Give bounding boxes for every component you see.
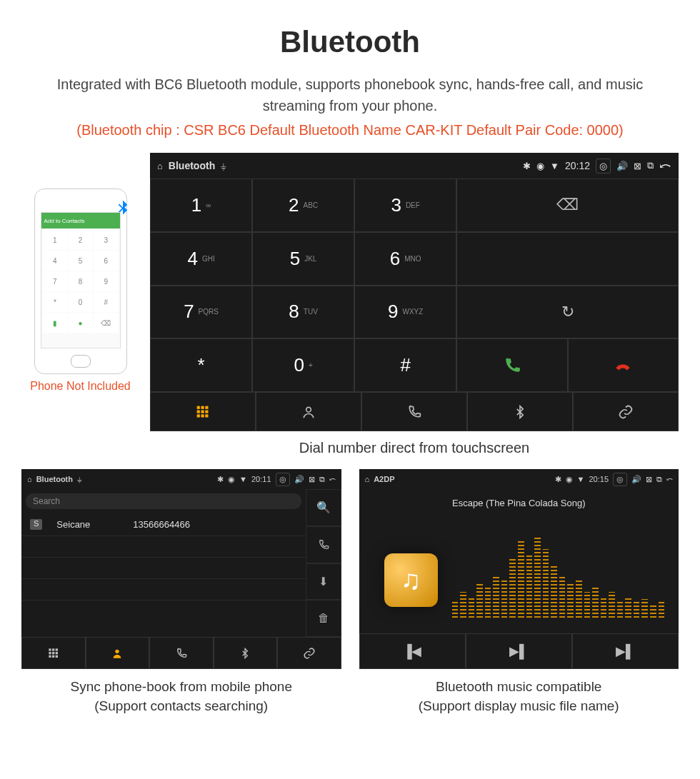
nav-keypad[interactable] bbox=[21, 637, 86, 669]
key-#[interactable]: # bbox=[354, 338, 456, 392]
nav-bluetooth[interactable] bbox=[214, 637, 278, 669]
key-2[interactable]: 2ABC bbox=[252, 179, 354, 232]
svg-rect-10 bbox=[49, 648, 51, 650]
nav-contacts[interactable] bbox=[256, 392, 361, 431]
nav-link[interactable] bbox=[573, 392, 679, 431]
volume-icon[interactable]: 🔊 bbox=[631, 475, 641, 484]
nav-contacts[interactable] bbox=[86, 637, 150, 669]
backspace-button[interactable]: ⌫ bbox=[456, 179, 679, 232]
svg-rect-1 bbox=[201, 406, 204, 408]
statusbar-title: Bluetooth bbox=[36, 475, 73, 483]
svg-rect-8 bbox=[205, 414, 208, 417]
svg-rect-16 bbox=[49, 655, 51, 657]
key-3[interactable]: 3DEF bbox=[354, 179, 456, 232]
music-caption: Bluetooth music compatible(Support displ… bbox=[359, 669, 679, 724]
recent-icon[interactable]: ⧉ bbox=[656, 475, 662, 484]
svg-point-9 bbox=[306, 407, 311, 412]
svg-rect-12 bbox=[55, 648, 57, 650]
nav-recent[interactable] bbox=[149, 637, 214, 669]
contact-name: Seicane bbox=[56, 519, 90, 530]
wifi-icon: ▼ bbox=[550, 161, 559, 171]
hangup-button[interactable] bbox=[568, 338, 679, 392]
svg-rect-13 bbox=[49, 652, 51, 654]
key-9[interactable]: 9WXYZ bbox=[354, 286, 456, 339]
camera-icon[interactable]: ◎ bbox=[596, 159, 611, 174]
contact-row[interactable]: S Seicane 13566664466 bbox=[21, 513, 306, 536]
contacts-screen: ⌂ Bluetooth ⏚ ✱ ◉ ▼ 20:11 ◎ 🔊 ⊠ ⧉ ⤺ Sear… bbox=[21, 469, 341, 669]
home-icon[interactable]: ⌂ bbox=[157, 161, 163, 171]
svg-rect-6 bbox=[197, 414, 200, 417]
call-icon[interactable] bbox=[306, 526, 341, 563]
redial-button[interactable]: ↻ bbox=[456, 286, 679, 339]
clock: 20:12 bbox=[565, 160, 590, 171]
camera-icon[interactable]: ◎ bbox=[613, 473, 627, 486]
back-icon[interactable]: ⤺ bbox=[659, 157, 671, 174]
contact-badge: S bbox=[30, 519, 42, 530]
close-icon[interactable]: ⊠ bbox=[309, 475, 315, 484]
phone-mockup: Add to Contacts 123 456 789 *0# ▮●⌫ bbox=[34, 189, 127, 374]
location-icon: ◉ bbox=[536, 161, 544, 171]
nav-bluetooth[interactable] bbox=[467, 392, 573, 431]
clock: 20:11 bbox=[251, 475, 271, 483]
visualizer bbox=[452, 532, 665, 618]
wifi-icon: ▼ bbox=[239, 475, 247, 483]
back-icon[interactable]: ⤺ bbox=[329, 475, 336, 484]
close-icon[interactable]: ⊠ bbox=[634, 161, 641, 171]
key-5[interactable]: 5JKL bbox=[252, 232, 354, 286]
recent-icon[interactable]: ⧉ bbox=[647, 160, 654, 171]
nav-link[interactable] bbox=[277, 637, 341, 669]
music-screen: ⌂ A2DP ✱ ◉ ▼ 20:15 ◎ 🔊 ⊠ ⧉ ⤺ Escape (The… bbox=[359, 469, 679, 669]
camera-icon[interactable]: ◎ bbox=[276, 473, 290, 486]
svg-point-19 bbox=[116, 649, 119, 653]
next-track-button[interactable]: ▶▌ bbox=[572, 633, 679, 669]
svg-rect-14 bbox=[52, 652, 54, 654]
download-icon[interactable]: ⬇ bbox=[306, 563, 341, 600]
volume-icon[interactable]: 🔊 bbox=[616, 161, 628, 171]
music-note-icon: ♫ bbox=[384, 553, 438, 607]
bluetooth-icon: ✱ bbox=[217, 475, 224, 484]
call-button[interactable] bbox=[456, 338, 567, 392]
svg-rect-0 bbox=[197, 406, 200, 408]
key-1[interactable]: 1∞ bbox=[150, 179, 252, 232]
wifi-icon: ▼ bbox=[577, 475, 585, 483]
key-6[interactable]: 6MNO bbox=[354, 232, 456, 286]
nav-keypad[interactable] bbox=[150, 392, 256, 431]
svg-rect-17 bbox=[52, 655, 54, 657]
play-pause-button[interactable]: ▶▌ bbox=[466, 633, 572, 669]
bluetooth-icon: ✱ bbox=[555, 475, 561, 484]
home-icon[interactable]: ⌂ bbox=[27, 475, 32, 483]
key-7[interactable]: 7PQRS bbox=[150, 286, 252, 339]
svg-rect-3 bbox=[197, 410, 200, 413]
contacts-caption: Sync phone-book from mobile phone(Suppor… bbox=[21, 669, 341, 724]
home-icon[interactable]: ⌂ bbox=[365, 475, 370, 483]
usb-icon: ⏚ bbox=[77, 475, 82, 483]
location-icon: ◉ bbox=[566, 475, 573, 484]
clock: 20:15 bbox=[589, 475, 609, 483]
dialer-caption: Dial number direct from touchscreen bbox=[150, 431, 679, 469]
svg-rect-5 bbox=[205, 410, 208, 413]
key-8[interactable]: 8TUV bbox=[252, 286, 354, 339]
phone-add-contacts-label: Add to Contacts bbox=[44, 218, 85, 224]
close-icon[interactable]: ⊠ bbox=[646, 475, 652, 484]
key-0[interactable]: 0+ bbox=[252, 338, 354, 392]
delete-icon[interactable]: 🗑 bbox=[306, 600, 341, 637]
recent-icon[interactable]: ⧉ bbox=[319, 475, 325, 484]
svg-rect-15 bbox=[55, 652, 57, 654]
svg-rect-18 bbox=[55, 655, 57, 657]
subtitle: Integrated with BC6 Bluetooth module, su… bbox=[0, 74, 700, 116]
search-input[interactable]: Search bbox=[26, 493, 301, 509]
back-icon[interactable]: ⤺ bbox=[666, 475, 673, 484]
nav-recent[interactable] bbox=[361, 392, 467, 431]
volume-icon[interactable]: 🔊 bbox=[294, 475, 304, 484]
bluetooth-icon: ✱ bbox=[523, 161, 531, 171]
search-icon[interactable]: 🔍 bbox=[306, 489, 341, 526]
keypad: 1∞2ABC3DEF4GHI5JKL6MNO7PQRS8TUV9WXYZ*0+# bbox=[150, 179, 456, 392]
key-*[interactable]: * bbox=[150, 338, 252, 392]
dialer-screen: ⌂ Bluetooth ⏚ ✱ ◉ ▼ 20:12 ◎ 🔊 ⊠ ⧉ ⤺ 1∞2A… bbox=[150, 153, 679, 431]
phone-caption: Phone Not Included bbox=[21, 380, 139, 393]
statusbar-title: Bluetooth bbox=[169, 160, 215, 171]
key-4[interactable]: 4GHI bbox=[150, 232, 252, 286]
prev-track-button[interactable]: ▐◀ bbox=[359, 633, 466, 669]
svg-rect-4 bbox=[201, 410, 204, 413]
page-title: Bluetooth bbox=[0, 0, 700, 74]
